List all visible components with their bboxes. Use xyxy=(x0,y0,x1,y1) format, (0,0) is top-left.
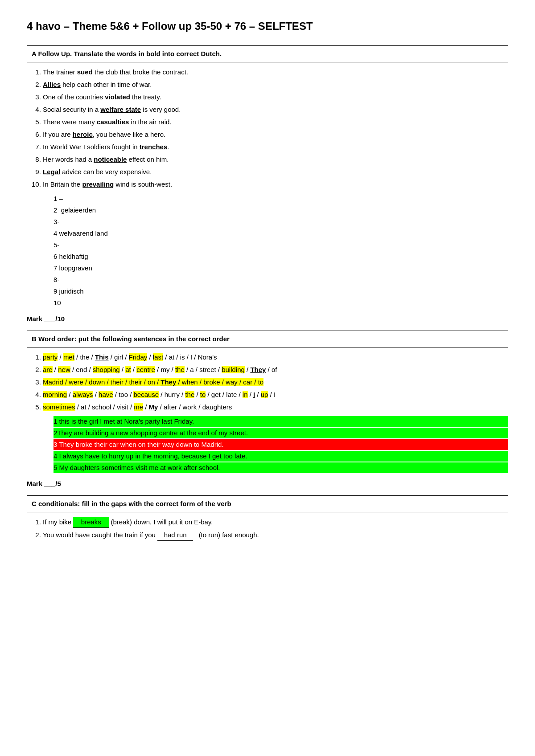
answer-item: 9 juridisch xyxy=(54,286,508,297)
section-c-header: C conditionals: fill in the gaps with th… xyxy=(27,495,508,512)
word-part: My xyxy=(149,403,158,411)
answer-item: 8- xyxy=(54,274,508,285)
section-b-answers: 1 this is the girl I met at Nora's party… xyxy=(54,416,508,473)
answer-item: 1 – xyxy=(54,193,508,204)
list-item: Madrid / were / down / their / their / o… xyxy=(43,377,508,388)
bold-word: heroic xyxy=(73,131,93,138)
list-item: are / new / end / shopping / at / centre… xyxy=(43,364,508,375)
word-part: shopping xyxy=(93,366,120,373)
answer-item: 5- xyxy=(54,240,508,250)
bold-word: Allies xyxy=(43,81,61,88)
word-part: up xyxy=(261,391,268,398)
word-part-they: They xyxy=(160,378,176,386)
word-part: always xyxy=(73,391,93,398)
bold-word: violated xyxy=(105,93,130,101)
list-item: Social security in a welfare state is ve… xyxy=(43,104,508,115)
bold-word: Legal xyxy=(43,168,60,176)
page-title: 4 havo – Theme 5&6 + Follow up 35-50 + 7… xyxy=(27,18,508,35)
word-part: because xyxy=(133,391,159,398)
word-part: met xyxy=(63,353,74,361)
word-part: to xyxy=(200,391,206,398)
fill-blank-1: breaks xyxy=(73,517,109,528)
bold-word: prevailing xyxy=(82,180,114,188)
word-part: This xyxy=(95,353,109,361)
list-item: You would have caught the train if you h… xyxy=(43,530,508,541)
bold-word: trenches xyxy=(140,143,168,151)
fill-blank-2: had run xyxy=(157,530,193,541)
answer-item: 2They are building a new shopping centre… xyxy=(54,428,508,438)
list-item: Legal advice can be very expensive. xyxy=(43,167,508,177)
word-part: party xyxy=(43,353,58,361)
list-item: The trainer sued the club that broke the… xyxy=(43,67,508,78)
bold-word: noticeable xyxy=(94,155,127,163)
list-item: party / met / the / This / girl / Friday… xyxy=(43,352,508,363)
word-part: Madrid / were / down / their / their / o… xyxy=(43,378,263,386)
list-item: One of the countries violated the treaty… xyxy=(43,92,508,102)
list-item: sometimes / at / school / visit / me / M… xyxy=(43,402,508,413)
answer-item: 3- xyxy=(54,217,508,227)
section-a-header: A Follow Up. Translate the words in bold… xyxy=(27,45,508,62)
list-item: Allies help each other in time of war. xyxy=(43,79,508,90)
list-item: In World War I soldiers fought in trench… xyxy=(43,142,508,152)
answer-item: 5 My daughters sometimes visit me at wor… xyxy=(54,462,508,473)
word-part: in xyxy=(243,391,248,398)
answer-item: 7 loopgraven xyxy=(54,263,508,274)
mark-a: Mark ___/10 xyxy=(27,314,508,324)
section-a-answers: 1 – 2 gelaieerden 3- 4 welvaarend land 5… xyxy=(54,193,508,308)
bold-word: casualties xyxy=(97,118,129,126)
word-part: sometimes xyxy=(43,403,75,411)
word-part: new xyxy=(58,366,70,373)
list-item: morning / always / have / too / because … xyxy=(43,389,508,400)
list-item: In Britain the prevailing wind is south-… xyxy=(43,179,508,190)
word-part: morning xyxy=(43,391,67,398)
word-part: centre xyxy=(136,366,155,373)
mark-b: Mark ___/5 xyxy=(27,478,508,489)
list-item: If you are heroic, you behave like a her… xyxy=(43,129,508,140)
answer-item: 4 I always have to hurry up in the morni… xyxy=(54,451,508,462)
list-item: There were many casualties in the air ra… xyxy=(43,117,508,127)
answer-item: 3 They broke their car when on their way… xyxy=(54,439,508,450)
word-part: me xyxy=(134,403,143,411)
answer-item: 2 gelaieerden xyxy=(54,205,508,216)
section-b-list: party / met / the / This / girl / Friday… xyxy=(43,352,508,413)
bold-word: welfare state xyxy=(100,106,141,113)
section-c-list: If my bike breaks (break) down, I will p… xyxy=(43,517,508,541)
word-part: are xyxy=(43,366,53,373)
answer-item: 1 this is the girl I met at Nora's party… xyxy=(54,416,508,427)
word-part: I xyxy=(253,391,255,398)
list-item: Her words had a noticeable effect on him… xyxy=(43,154,508,165)
word-part: have xyxy=(99,391,113,398)
answer-item: 10 xyxy=(54,298,508,308)
section-b-header: B Word order: put the following sentence… xyxy=(27,331,508,347)
answer-item: 6 heldhaftig xyxy=(54,251,508,262)
list-item: If my bike breaks (break) down, I will p… xyxy=(43,517,508,528)
bold-word: sued xyxy=(77,68,93,76)
word-part: building xyxy=(222,366,245,373)
section-a-list: The trainer sued the club that broke the… xyxy=(43,67,508,190)
word-part: They xyxy=(250,366,266,373)
word-part: the xyxy=(185,391,194,398)
answer-item: 4 welvaarend land xyxy=(54,228,508,239)
word-part: Friday xyxy=(129,353,148,361)
word-part: last xyxy=(153,353,163,361)
word-part: the xyxy=(175,366,185,373)
word-part: at xyxy=(125,366,131,373)
